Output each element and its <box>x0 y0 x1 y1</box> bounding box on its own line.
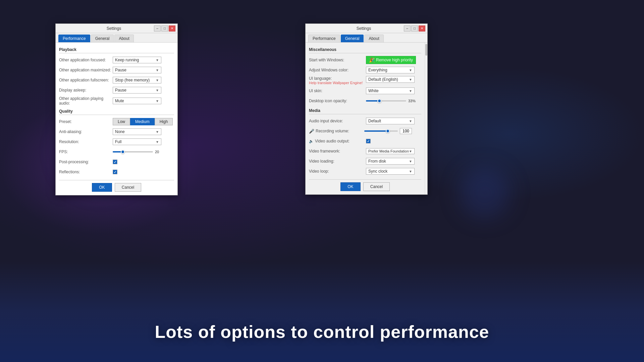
close-btn-1[interactable]: ✕ <box>169 25 175 32</box>
cancel-button-2[interactable]: Cancel <box>363 182 390 191</box>
maximize-btn-2[interactable]: □ <box>411 25 418 32</box>
help-translate-link[interactable]: Help translate Wallpaper Engine! <box>309 81 366 85</box>
dropdown-arrow-2: ▼ <box>156 68 159 72</box>
dropdown-audio[interactable]: Mute ▼ <box>113 98 161 104</box>
window2-title: Settings <box>324 26 404 31</box>
preset-high[interactable]: High <box>155 118 173 125</box>
row-antialiasing: Anti-aliasing: None ▼ <box>59 128 174 136</box>
row-video-framework: Video framework: Prefer Media Foundation… <box>309 147 421 155</box>
window2-main-content: Miscellaneous Start with Windows: 🎉 Remo… <box>306 43 425 194</box>
dropdown-arrow-4: ▼ <box>156 88 159 92</box>
dropdown-resolution[interactable]: Full ▼ <box>113 138 161 145</box>
row-video-loading: Video loading: From disk ▼ <box>309 157 421 165</box>
fps-slider-thumb[interactable] <box>121 150 125 154</box>
opacity-value: 33% <box>408 99 416 103</box>
row-audio-input: Audio input device: Default ▼ <box>309 117 421 125</box>
tab-about-1[interactable]: About <box>114 35 133 42</box>
label-postprocessing: Post-processing: <box>59 160 113 164</box>
row-desktop-icon-opacity: Desktop icon opacity: 33% <box>309 97 421 105</box>
cancel-button-1[interactable]: Cancel <box>115 183 141 192</box>
settings-window-1: Settings – □ ✕ Performance General About… <box>55 23 178 195</box>
dropdown-video-loop[interactable]: Sync clock ▼ <box>366 168 415 175</box>
label-recording-volume: Recording volume: <box>316 129 364 133</box>
dropdown-focused[interactable]: Keep running ▼ <box>113 57 161 63</box>
label-focused: Other application focused: <box>59 58 113 62</box>
opacity-slider-thumb[interactable] <box>377 99 381 103</box>
dropdown-video-loading[interactable]: From disk ▼ <box>366 158 415 165</box>
dropdown-adjust-color[interactable]: Everything ▼ <box>366 67 415 73</box>
priority-icon: 🎉 <box>369 57 375 63</box>
dropdown-fullscreen[interactable]: Stop (free memory) ▼ <box>113 77 161 83</box>
row-preset: Preset: Low Medium High <box>59 118 174 126</box>
fps-slider-container: 20 <box>113 150 174 154</box>
dropdown-maximized[interactable]: Pause ▼ <box>113 67 161 73</box>
label-video-loading: Video loading: <box>309 159 366 164</box>
row-reflections: Reflections: <box>59 168 174 176</box>
dropdown-video-framework[interactable]: Prefer Media Foundation ▼ <box>366 148 415 154</box>
maximize-btn-1[interactable]: □ <box>161 25 168 32</box>
dropdown-arrow-11: ▼ <box>409 119 412 123</box>
tab-performance-1[interactable]: Performance <box>58 35 90 42</box>
row-fps: FPS: 20 <box>59 148 174 156</box>
recording-slider-thumb[interactable] <box>386 129 390 133</box>
fps-slider-track[interactable] <box>113 151 153 153</box>
settings-window-2: Settings – □ ✕ Performance General About… <box>305 23 428 195</box>
recording-volume-input[interactable]: 100 <box>400 128 412 134</box>
preset-group: Low Medium High <box>113 118 173 125</box>
tab-about-2[interactable]: About <box>364 35 383 42</box>
recording-slider-fill <box>364 130 388 132</box>
dropdown-ui-skin[interactable]: White ▼ <box>366 87 415 94</box>
checkbox-reflections[interactable] <box>113 170 117 174</box>
row-video-loop: Video loop: Sync clock ▼ <box>309 167 421 175</box>
label-video-audio-output: Video audio output: <box>315 139 366 143</box>
dropdown-arrow-7: ▼ <box>156 140 159 144</box>
row-maximized: Other application maximized: Pause ▼ <box>59 66 174 74</box>
close-btn-2[interactable]: ✕ <box>419 25 425 32</box>
bottom-text: Lots of options to control performance <box>0 322 644 342</box>
dropdown-display-asleep[interactable]: Pause ▼ <box>113 87 161 94</box>
dropdown-ui-language[interactable]: Default (English) ▼ <box>366 76 415 83</box>
preset-low[interactable]: Low <box>113 118 130 125</box>
preset-medium[interactable]: Medium <box>130 118 155 125</box>
row-display-asleep: Display asleep: Pause ▼ <box>59 86 174 94</box>
playback-section-header: Playback <box>59 47 174 53</box>
dropdown-arrow-6: ▼ <box>156 130 159 134</box>
row-start-windows: Start with Windows: 🎉 Remove high priori… <box>309 56 421 64</box>
dropdown-arrow-8: ▼ <box>409 68 412 72</box>
misc-section-header: Miscellaneous <box>309 47 421 53</box>
row-ui-skin: UI skin: White ▼ <box>309 87 421 95</box>
tabs-2: Performance General About <box>306 33 427 43</box>
window1-content: Playback Other application focused: Keep… <box>56 43 177 195</box>
label-maximized: Other application maximized: <box>59 68 113 72</box>
row-fullscreen: Other application fullscreen: Stop (free… <box>59 76 174 84</box>
ok-button-2[interactable]: OK <box>340 182 361 191</box>
bg-glow3 <box>0 261 644 362</box>
dropdown-arrow-9: ▼ <box>409 78 412 81</box>
label-antialiasing: Anti-aliasing: <box>59 129 113 134</box>
minimize-btn-1[interactable]: – <box>154 25 161 32</box>
label-ui-language: UI language: <box>309 76 366 81</box>
priority-button[interactable]: 🎉 Remove high priority <box>366 56 416 64</box>
window1-title: Settings <box>74 26 154 31</box>
label-video-framework: Video framework: <box>309 149 366 154</box>
recording-slider-track[interactable] <box>364 130 398 132</box>
window2-controls: – □ ✕ <box>404 25 425 32</box>
dropdown-antialiasing[interactable]: None ▼ <box>113 128 161 135</box>
dropdown-arrow-5: ▼ <box>156 99 159 103</box>
opacity-slider-track[interactable] <box>366 100 406 102</box>
checkbox-video-audio-output[interactable] <box>366 139 371 143</box>
recording-slider-container: 100 <box>364 128 421 134</box>
window1-action-buttons: OK Cancel <box>59 180 174 192</box>
quality-section-header: Quality <box>59 109 174 115</box>
minimize-btn-2[interactable]: – <box>404 25 411 32</box>
scrollbar-2[interactable] <box>425 43 427 194</box>
dropdown-arrow-10: ▼ <box>409 89 412 93</box>
ok-button-1[interactable]: OK <box>92 183 112 192</box>
label-ui-skin: UI skin: <box>309 88 366 93</box>
checkbox-postprocessing[interactable] <box>113 160 117 164</box>
dropdown-arrow: ▼ <box>156 58 159 62</box>
tab-general-2[interactable]: General <box>341 35 364 42</box>
tab-general-1[interactable]: General <box>91 35 114 42</box>
dropdown-audio-input[interactable]: Default ▼ <box>366 118 415 124</box>
tab-performance-2[interactable]: Performance <box>308 35 340 42</box>
